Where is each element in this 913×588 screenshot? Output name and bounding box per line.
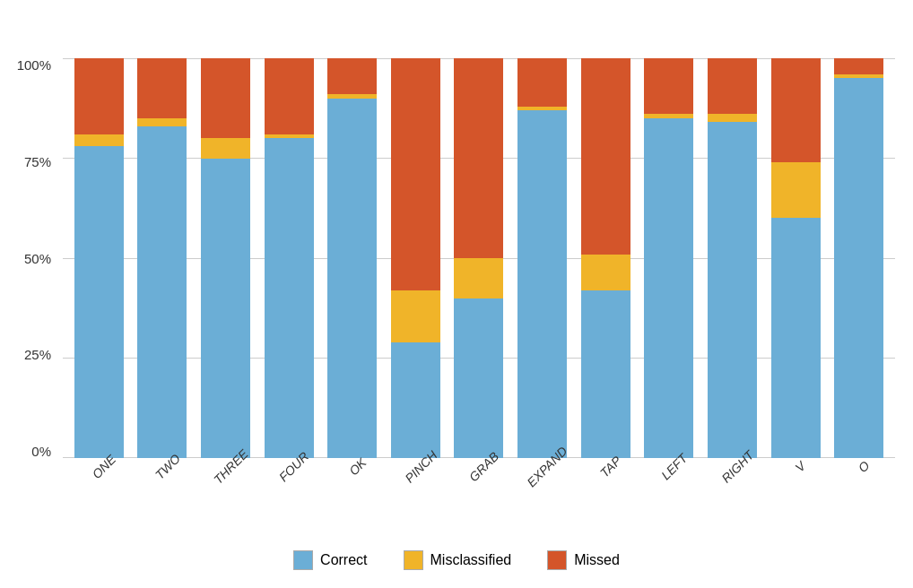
- bar-missed: [517, 58, 567, 107]
- bar-group: [827, 58, 891, 458]
- bar-stack: [644, 58, 693, 458]
- bar-missed: [771, 58, 821, 162]
- x-labels: ONETWOTHREEFOUROKPINCHGRABEXPANDTAPLEFTR…: [63, 458, 895, 503]
- y-axis-label: 75%: [24, 155, 51, 169]
- x-label-wrap: THREE: [194, 458, 257, 476]
- bar-correct: [391, 342, 440, 458]
- bar-stack: [391, 58, 440, 458]
- bar-group: [637, 58, 700, 458]
- bar-missed: [581, 58, 630, 255]
- bar-missed: [74, 58, 124, 134]
- bar-stack: [834, 58, 883, 458]
- legend-color-box: [404, 550, 423, 570]
- bar-correct: [581, 290, 630, 458]
- bar-group: [320, 58, 384, 458]
- bar-correct: [771, 218, 821, 458]
- bar-missed: [201, 58, 250, 138]
- x-label-wrap: LEFT: [637, 458, 700, 476]
- bar-missed: [265, 58, 314, 134]
- bar-stack: [327, 58, 377, 458]
- legend-label: Correct: [320, 552, 367, 568]
- y-axis-label: 0%: [31, 445, 51, 458]
- bar-misclassified: [391, 290, 440, 342]
- y-axis-label: 100%: [17, 58, 51, 72]
- bar-correct: [834, 78, 883, 458]
- legend-item-misclassified: Misclassified: [404, 550, 512, 570]
- bar-group: [67, 58, 131, 458]
- bar-correct: [201, 159, 250, 459]
- bar-correct: [517, 110, 567, 458]
- legend: CorrectMisclassifiedMissed: [0, 550, 913, 570]
- bar-group: [510, 58, 574, 458]
- bar-misclassified: [771, 162, 821, 218]
- bar-missed: [137, 58, 187, 118]
- x-label-wrap: RIGHT: [700, 458, 764, 476]
- y-axis: 0%25%50%75%100%: [0, 58, 58, 458]
- bar-correct: [708, 122, 757, 458]
- bar-stack: [708, 58, 757, 458]
- bar-group: [257, 58, 321, 458]
- bar-misclassified: [201, 138, 250, 158]
- legend-item-correct: Correct: [293, 550, 367, 570]
- x-label-wrap: PINCH: [384, 458, 448, 476]
- legend-item-missed: Missed: [547, 550, 620, 570]
- bar-missed: [834, 58, 883, 74]
- x-axis-label: TAP: [597, 454, 624, 480]
- y-axis-label: 25%: [24, 348, 51, 361]
- bars-row: [63, 58, 895, 458]
- bar-missed: [708, 58, 757, 114]
- legend-label: Missed: [574, 552, 620, 568]
- bar-stack: [265, 58, 314, 458]
- bar-misclassified: [137, 118, 187, 126]
- bar-group: [384, 58, 448, 458]
- bar-correct: [454, 298, 503, 458]
- y-axis-label: 50%: [24, 252, 51, 265]
- bar-stack: [74, 58, 124, 458]
- x-label-wrap: OK: [320, 458, 384, 476]
- bar-group: [448, 58, 511, 458]
- bar-correct: [137, 126, 187, 458]
- bar-group: [131, 58, 195, 458]
- x-axis-label: O: [856, 458, 873, 475]
- legend-color-box: [547, 550, 567, 570]
- bar-missed: [391, 58, 440, 290]
- bar-misclassified: [708, 114, 757, 122]
- bar-correct: [74, 146, 124, 458]
- x-label-wrap: GRAB: [448, 458, 511, 476]
- x-label-wrap: EXPAND: [510, 458, 574, 476]
- x-label-wrap: FOUR: [257, 458, 321, 476]
- bar-stack: [517, 58, 567, 458]
- bar-stack: [201, 58, 250, 458]
- x-label-wrap: ONE: [67, 458, 131, 476]
- legend-color-box: [293, 550, 313, 570]
- plot-area: [63, 58, 895, 458]
- bar-stack: [771, 58, 821, 458]
- bar-missed: [644, 58, 693, 114]
- bar-correct: [327, 99, 377, 458]
- x-label-wrap: V: [764, 458, 828, 476]
- bar-stack: [581, 58, 630, 458]
- x-label-wrap: O: [827, 458, 891, 476]
- bar-stack: [137, 58, 187, 458]
- bar-correct: [265, 138, 314, 458]
- bar-group: [764, 58, 828, 458]
- bar-group: [700, 58, 764, 458]
- bar-missed: [454, 58, 503, 258]
- chart-container: 0%25%50%75%100% ONETWOTHREEFOUROKPINCHGR…: [0, 0, 913, 588]
- bar-misclassified: [74, 134, 124, 146]
- bar-group: [574, 58, 638, 458]
- x-axis-label: OK: [346, 455, 370, 479]
- bar-misclassified: [454, 258, 503, 298]
- bar-correct: [644, 118, 693, 458]
- bar-missed: [327, 58, 377, 94]
- x-label-wrap: TWO: [131, 458, 195, 476]
- bar-group: [194, 58, 257, 458]
- bar-misclassified: [581, 255, 630, 290]
- x-label-wrap: TAP: [574, 458, 638, 476]
- bar-stack: [454, 58, 503, 458]
- legend-label: Misclassified: [430, 552, 512, 568]
- x-axis-label: V: [793, 459, 809, 475]
